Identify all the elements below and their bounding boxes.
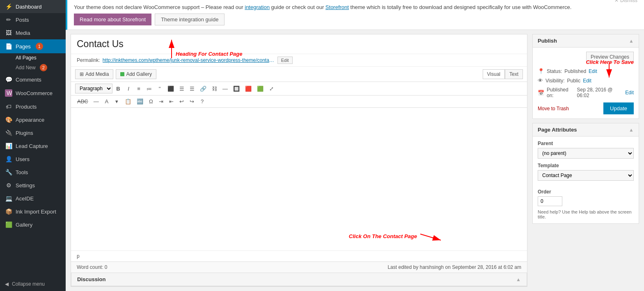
add-gallery-label: Add Gallery — [126, 71, 152, 77]
dashboard-icon: ⚡ — [5, 3, 12, 10]
bold-button[interactable]: B — [114, 84, 123, 93]
order-input[interactable] — [538, 196, 562, 206]
custom-chars-button[interactable]: 🔤 — [135, 97, 145, 106]
template-select[interactable]: Contact Page — [538, 170, 634, 181]
strikethrough-button[interactable]: ABC — [75, 97, 90, 106]
permalink-url[interactable]: http://inkthemes.com/wptheme/junk-remova… — [103, 57, 275, 63]
spell-check-button[interactable]: 🔲 — [231, 84, 242, 93]
sidebar-item-dashboard[interactable]: ⚡ Dashboard — [0, 0, 66, 13]
ordered-list-button[interactable]: ≔ — [144, 84, 154, 93]
parent-select[interactable]: (no parent) — [538, 148, 634, 159]
woocommerce-icon: W — [5, 89, 12, 97]
sidebar-item-gallery[interactable]: 🟩 Gallery — [0, 218, 66, 231]
settings-icon: ⚙ — [5, 182, 12, 189]
publish-box: Publish ▲ Preview Changes Click Here To … — [532, 34, 639, 119]
sidebar-item-label: Gallery — [16, 222, 32, 228]
align-center-button[interactable]: ☰ — [177, 84, 186, 93]
visibility-edit-link[interactable]: Edit — [583, 78, 591, 84]
sidebar-sub-all-pages[interactable]: All Pages — [0, 53, 66, 62]
sidebar-item-media[interactable]: 🖼 Media — [0, 26, 66, 39]
comments-icon: 💬 — [5, 76, 12, 83]
omega-button[interactable]: Ω — [147, 97, 156, 106]
horizontal-rule-button[interactable]: — — [92, 97, 101, 106]
text-color-dropdown[interactable]: ▾ — [112, 97, 121, 106]
color-green-button[interactable]: 🟩 — [255, 84, 266, 93]
sidebar-item-woocommerce[interactable]: W WooCommerce — [0, 86, 66, 100]
media-icon: 🖼 — [5, 30, 12, 36]
sidebar-item-plugins[interactable]: 🔌 Plugins — [0, 126, 66, 139]
sidebar-item-aceide[interactable]: 💻 AceIDE — [0, 192, 66, 205]
theme-integration-button[interactable]: Theme integration guide — [155, 14, 225, 25]
italic-button[interactable]: I — [124, 84, 133, 93]
tab-text[interactable]: Text — [505, 69, 523, 79]
status-edit-link[interactable]: Edit — [589, 68, 597, 74]
page-title-input[interactable] — [77, 39, 521, 50]
sidebar-item-label: Posts — [16, 17, 29, 23]
page-title-area: Heading For Contact Page — [71, 34, 527, 54]
right-panel: Publish ▲ Preview Changes Click Here To … — [532, 34, 639, 287]
text-color-button[interactable]: A — [102, 97, 111, 106]
notice-integration-link[interactable]: integration — [245, 4, 270, 10]
more-button[interactable]: — — [220, 84, 230, 93]
sidebar-item-lead-capture[interactable]: 📊 Lead Capture — [0, 139, 66, 152]
outdent-button[interactable]: ⇤ — [167, 97, 176, 106]
add-media-label: Add Media — [85, 71, 109, 77]
help-button[interactable]: ? — [198, 97, 207, 106]
paragraph-select[interactable]: Paragraph Heading 1 Heading 2 Heading 3 — [75, 84, 112, 93]
align-right-button[interactable]: ☰ — [188, 84, 197, 93]
tools-icon: 🔧 — [5, 169, 12, 175]
discussion-header[interactable]: Discussion ▲ — [71, 273, 527, 286]
sidebar-item-comments[interactable]: 💬 Comments — [0, 73, 66, 86]
collapse-label: Collapse menu — [12, 281, 45, 287]
notice-storefront-link[interactable]: Storefront — [325, 4, 349, 10]
sidebar-item-users[interactable]: 👤 Users — [0, 152, 66, 166]
page-attributes-body: Parent (no parent) Template Contact Page… — [533, 136, 639, 223]
sidebar-item-pages[interactable]: 📄 Pages 1 — [0, 39, 66, 53]
undo-button[interactable]: ↩ — [177, 97, 186, 106]
collapse-menu[interactable]: ◀ Collapse menu — [0, 277, 66, 291]
blockquote-button[interactable]: " — [155, 84, 164, 93]
all-pages-label: All Pages — [16, 55, 37, 61]
add-media-icon: ⊞ — [80, 71, 84, 77]
link-button[interactable]: 🔗 — [198, 84, 209, 93]
color-table-button[interactable]: 🟥 — [243, 84, 254, 93]
publish-box-header[interactable]: Publish ▲ — [533, 34, 639, 48]
redo-button[interactable]: ↪ — [188, 97, 197, 106]
unordered-list-button[interactable]: ≡ — [134, 84, 143, 93]
sidebar-sub-add-new[interactable]: Add New 2 — [0, 62, 66, 73]
sidebar-item-label: Plugins — [16, 130, 33, 136]
sidebar-item-products[interactable]: 🏷 Products — [0, 100, 66, 113]
move-to-trash-link[interactable]: Move to Trash — [538, 106, 569, 111]
publish-box-body: Preview Changes Click Here To Save — [533, 48, 639, 118]
status-value: Published — [564, 68, 586, 74]
add-gallery-button[interactable]: Add Gallery — [116, 69, 156, 79]
sidebar-item-tools[interactable]: 🔧 Tools — [0, 166, 66, 179]
editor-footer: p — [71, 250, 527, 261]
dismiss-label: Dismiss — [620, 0, 637, 3]
discussion-box: Discussion ▲ — [71, 273, 527, 286]
sidebar-item-label: Products — [16, 104, 37, 110]
page-attributes-header[interactable]: Page Attributes ▲ — [533, 123, 639, 136]
tab-visual[interactable]: Visual — [483, 69, 505, 79]
sidebar-item-posts[interactable]: ✏ Posts — [0, 13, 66, 26]
visibility-value: Public — [567, 78, 580, 84]
editor-body[interactable] — [71, 108, 527, 247]
publish-footer: Move to Trash Update — [538, 100, 634, 114]
add-media-button[interactable]: ⊞ Add Media — [75, 69, 113, 79]
published-edit-link[interactable]: Edit — [625, 90, 634, 95]
update-button[interactable]: Update — [603, 102, 634, 114]
align-left-button[interactable]: ⬛ — [165, 84, 176, 93]
permalink-edit-button[interactable]: Edit — [277, 57, 293, 64]
sidebar-item-appearance[interactable]: 🎨 Appearance — [0, 113, 66, 126]
sidebar-item-settings[interactable]: ⚙ Settings — [0, 179, 66, 192]
sidebar-item-ink-import-export[interactable]: 📦 Ink Import Export — [0, 205, 66, 218]
read-more-storefront-button[interactable]: Read more about Storefront — [74, 14, 151, 25]
fullscreen-button[interactable]: ⤢ — [267, 84, 276, 93]
indent-button[interactable]: ⇥ — [157, 97, 166, 106]
sidebar-item-label: AceIDE — [16, 196, 34, 202]
sidebar-item-label: Settings — [16, 182, 35, 189]
editor-toolbar-format: Paragraph Heading 1 Heading 2 Heading 3 … — [71, 82, 527, 95]
insert-button[interactable]: 📋 — [123, 97, 133, 106]
unlink-button[interactable]: ⛓ — [210, 84, 219, 93]
dismiss-button[interactable]: ✕ Dismiss — [614, 0, 637, 3]
